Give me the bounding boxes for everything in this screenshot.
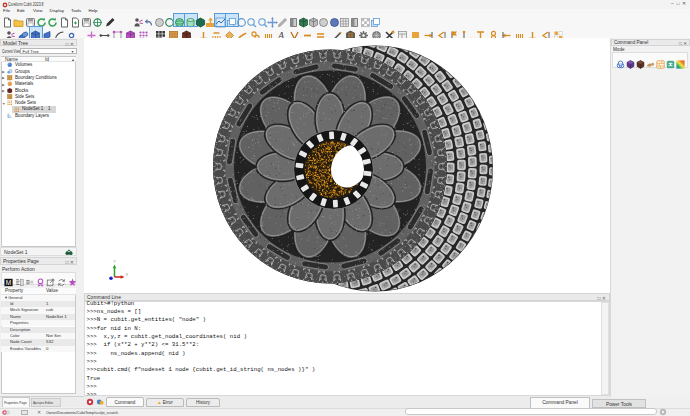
svg-text:X: X [126, 272, 129, 277]
svg-text:Y: Y [113, 259, 116, 264]
svg-text:M: M [6, 279, 11, 286]
